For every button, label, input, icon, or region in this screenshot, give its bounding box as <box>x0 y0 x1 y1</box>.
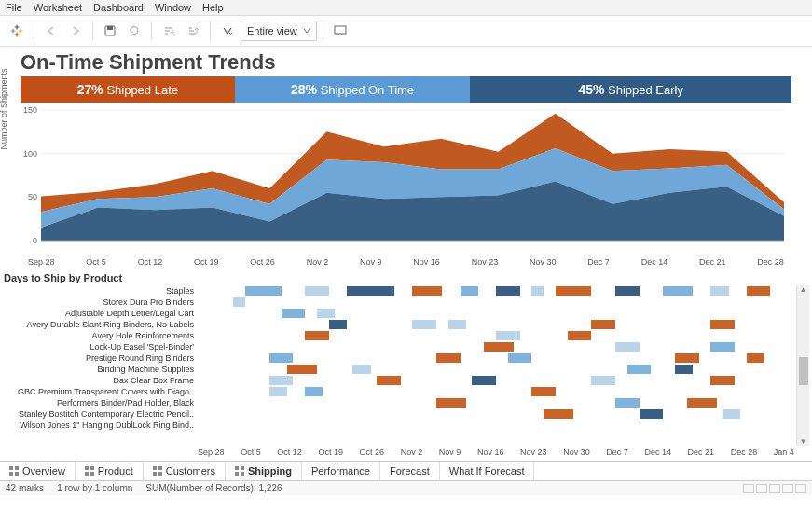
svg-rect-32 <box>153 466 157 470</box>
gantt-bar[interactable] <box>436 353 461 363</box>
gantt-bar[interactable] <box>710 286 728 296</box>
view-mode-select[interactable]: Entire view <box>241 21 317 41</box>
gantt-bar[interactable] <box>663 286 693 296</box>
gantt-row <box>198 386 794 397</box>
gantt-bar[interactable] <box>544 409 573 419</box>
chevron-down-icon <box>303 27 310 35</box>
gantt-bar[interactable] <box>233 297 245 307</box>
dashboard-icon <box>85 466 94 476</box>
gantt-bar[interactable] <box>747 286 771 296</box>
sheet-tabs: OverviewProductCustomersShippingPerforma… <box>0 461 812 481</box>
page-title: On-Time Shipment Trends <box>0 47 812 76</box>
tab-product[interactable]: Product <box>76 462 144 480</box>
gantt-bar[interactable] <box>245 286 281 296</box>
gantt-bar[interactable] <box>615 342 640 352</box>
tab-shipping[interactable]: Shipping <box>226 462 302 480</box>
sort-asc-icon[interactable] <box>158 20 180 42</box>
gantt-bar[interactable] <box>347 286 394 296</box>
gantt-bar[interactable] <box>412 286 442 296</box>
save-icon[interactable] <box>99 20 121 42</box>
gantt-bar[interactable] <box>710 376 735 385</box>
gantt-bar[interactable] <box>305 286 329 296</box>
gantt-bar[interactable] <box>687 398 717 408</box>
svg-rect-31 <box>90 472 94 476</box>
gantt-bar[interactable] <box>472 376 496 385</box>
gantt-bar[interactable] <box>615 286 640 296</box>
kpi-ontime[interactable]: 28% Shipped On Time <box>235 76 471 103</box>
kpi-early[interactable]: 45% Shipped Early <box>470 76 791 103</box>
gantt-bar[interactable] <box>710 342 735 352</box>
gantt-row-label: Dax Clear Box Frame <box>4 375 198 386</box>
tab-forecast[interactable]: Forecast <box>380 462 440 480</box>
tab-what-if-forecast[interactable]: What If Forecast <box>440 462 535 480</box>
gantt-bar[interactable] <box>436 398 466 408</box>
scroll-thumb[interactable] <box>799 357 808 385</box>
presentation-icon[interactable] <box>329 20 351 42</box>
gantt-row-label: Performers Binder/Pad Holder, Black <box>4 397 198 408</box>
area-x-axis: Sep 28Oct 5Oct 12Oct 19Oct 26Nov 2Nov 9N… <box>21 256 791 267</box>
gantt-bar[interactable] <box>282 309 306 318</box>
gantt-bar[interactable] <box>305 331 329 340</box>
svg-rect-39 <box>241 472 244 476</box>
gantt-bar[interactable] <box>269 353 294 363</box>
gantt-bar[interactable] <box>508 353 532 363</box>
gantt-bar[interactable] <box>640 409 664 419</box>
sort-desc-icon[interactable] <box>182 20 204 42</box>
svg-rect-34 <box>153 472 157 476</box>
menu-dashboard[interactable]: Dashboard <box>93 2 144 13</box>
forward-icon[interactable] <box>64 20 87 42</box>
gantt-bar[interactable] <box>329 320 347 329</box>
tab-overview[interactable]: Overview <box>0 462 76 480</box>
menu-worksheet[interactable]: Worksheet <box>34 2 82 13</box>
gantt-bar[interactable] <box>305 387 323 396</box>
gantt-bar[interactable] <box>675 353 699 363</box>
kpi-late[interactable]: 27% Shipped Late <box>21 76 235 103</box>
status-sum: SUM(Number of Records): 1,226 <box>145 483 282 493</box>
menu-file[interactable]: File <box>6 2 22 13</box>
gantt-bar[interactable] <box>556 286 591 296</box>
gantt-row-label: Adjustable Depth Letter/Legal Cart <box>4 308 198 319</box>
tab-performance[interactable]: Performance <box>302 462 380 480</box>
gantt-bar[interactable] <box>615 398 640 408</box>
gantt-bar[interactable] <box>627 365 652 374</box>
gantt-bar[interactable] <box>723 409 740 419</box>
gantt-bar[interactable] <box>531 387 556 396</box>
scroll-down-icon[interactable]: ▼ <box>800 437 807 446</box>
gantt-bar[interactable] <box>531 286 544 296</box>
area-chart[interactable]: 050100150 <box>21 104 791 254</box>
gantt-bar[interactable] <box>352 365 370 374</box>
gantt-bar[interactable] <box>287 365 317 374</box>
gantt-scrollbar[interactable]: ▲ ▼ <box>796 285 809 446</box>
gantt-row <box>198 319 794 330</box>
gantt-bar[interactable] <box>377 376 401 385</box>
gantt-chart[interactable] <box>198 285 794 446</box>
gantt-bar[interactable] <box>317 309 335 318</box>
menu-window[interactable]: Window <box>155 2 191 13</box>
gantt-bar[interactable] <box>448 320 466 329</box>
svg-rect-36 <box>235 466 239 470</box>
scroll-up-icon[interactable]: ▲ <box>800 285 807 294</box>
clear-icon[interactable] <box>216 20 239 42</box>
gantt-bar[interactable] <box>496 331 520 340</box>
gantt-bar[interactable] <box>461 286 478 296</box>
view-thumbnails[interactable] <box>743 484 806 493</box>
tab-customers[interactable]: Customers <box>144 462 226 480</box>
gantt-bar[interactable] <box>710 320 735 329</box>
refresh-icon[interactable] <box>123 20 145 42</box>
gantt-bar[interactable] <box>591 376 615 385</box>
gantt-bar[interactable] <box>412 320 436 329</box>
svg-text:150: 150 <box>23 105 37 115</box>
menu-help[interactable]: Help <box>202 2 224 13</box>
back-icon[interactable] <box>40 20 62 42</box>
gantt-bar[interactable] <box>568 331 592 340</box>
gantt-bar[interactable] <box>496 286 520 296</box>
gantt-bar[interactable] <box>269 376 294 385</box>
gantt-bar[interactable] <box>747 353 764 363</box>
kpi-row: 27% Shipped Late 28% Shipped On Time 45%… <box>21 76 791 103</box>
svg-rect-37 <box>241 466 244 470</box>
tableau-logo-icon[interactable] <box>6 20 28 42</box>
gantt-bar[interactable] <box>269 387 287 396</box>
gantt-bar[interactable] <box>675 365 693 374</box>
gantt-bar[interactable] <box>484 342 514 352</box>
gantt-bar[interactable] <box>591 320 615 329</box>
